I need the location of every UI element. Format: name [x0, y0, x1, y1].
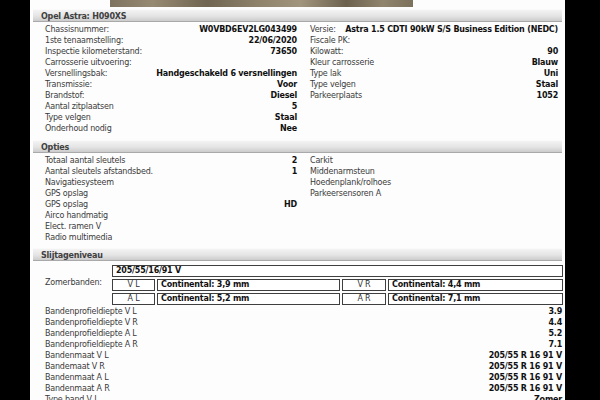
tire-size-header-cell: 205/55/16/91 V: [112, 265, 563, 277]
field-value: Blauw: [532, 57, 558, 68]
field-label: 1ste tenaamstelling:: [45, 35, 123, 46]
info-row: Kilowatt:90: [310, 46, 558, 57]
option-label: Carkit: [310, 155, 333, 166]
info-row: 1ste tenaamstelling:22/06/2020: [45, 35, 297, 46]
field-value: Astra 1.5 CDTI 90kW S/S Business Edition…: [345, 24, 558, 35]
field-label: Type velgen: [310, 79, 356, 90]
opties-section: Totaal aantal sleutels2 Aantal sleutels …: [30, 155, 565, 243]
wear-label: Bandenmaat A L: [45, 372, 108, 383]
slijtage-section-title: Slijtageniveau: [41, 251, 103, 260]
field-label: Kleur carrosserie: [310, 57, 374, 68]
opties-section-title: Opties: [41, 143, 69, 152]
field-label: Type lak: [310, 68, 341, 79]
info-row: Type velgenStaal: [45, 112, 297, 123]
tire-table: 205/55/16/91 V V L Continental: 3,9 mm V…: [112, 265, 563, 305]
info-row: Kleur carrosserieBlauw: [310, 57, 558, 68]
option-row: Middenarmsteun: [310, 166, 558, 177]
info-row: Type lakUni: [310, 68, 558, 79]
wear-label: Bandenprofieldiepte A L: [45, 328, 137, 339]
wear-row: Bandenprofieldiepte V R4.4: [45, 317, 562, 328]
option-row: Parkeersensoren A: [310, 188, 558, 199]
wear-row: Bandenprofieldiepte A L5.2: [45, 328, 562, 339]
wear-value: 205/55 R 16 91 V: [489, 361, 562, 372]
option-label: Middenarmsteun: [310, 166, 375, 177]
info-row: Versie:Astra 1.5 CDTI 90kW S/S Business …: [310, 24, 558, 35]
wear-row: Bandemaat V R205/55 R 16 91 V: [45, 361, 562, 372]
wear-row: Type band V LZomer: [45, 394, 562, 400]
option-label: Hoedenplank/rolhoes: [310, 177, 391, 188]
wear-value: 205/55 R 16 91 V: [489, 372, 562, 383]
field-label: Type velgen: [45, 112, 91, 123]
field-label: Versnellingsbak:: [45, 68, 107, 79]
option-label: Aantal sleutels afstandsbed.: [45, 166, 153, 177]
field-value: Handgeschakeld 6 versnellingen: [156, 68, 297, 79]
tire-position-cell: A R: [342, 293, 386, 305]
field-label: Chassisnummer:: [45, 24, 109, 35]
option-label: Radio multimedia: [45, 232, 112, 243]
field-value: Staal: [536, 79, 558, 90]
field-label: Fiscale PK:: [310, 35, 350, 46]
option-row: Radio multimedia: [45, 232, 297, 243]
info-column-left: Chassisnummer:W0VBD6EV2LG043499 1ste ten…: [30, 24, 297, 134]
tire-position-cell: A L: [112, 293, 155, 305]
wear-value: 5.2: [548, 328, 562, 339]
wear-row: Bandenmaat A R205/55 R 16 91 V: [45, 383, 562, 394]
info-row: Aantal zitplaatsen5: [45, 101, 297, 112]
wear-label: Bandenmaat A R: [45, 383, 110, 394]
wear-value: 205/55 R 16 91 V: [489, 383, 562, 394]
opties-column-left: Totaal aantal sleutels2 Aantal sleutels …: [30, 155, 297, 243]
zomerbanden-block: Zomerbanden: 205/55/16/91 V V L Continen…: [30, 265, 565, 305]
option-row: Totaal aantal sleutels2: [45, 155, 297, 166]
info-row: Inspectie kilometerstand:73650: [45, 46, 297, 57]
opties-column-right: Carkit Middenarmsteun Hoedenplank/rolhoe…: [297, 155, 565, 243]
vehicle-report-page: Opel Astra: H090XS Chassisnummer:W0VBD6E…: [30, 0, 565, 400]
vehicle-photo-strip: [110, 0, 413, 7]
vehicle-info-section: Chassisnummer:W0VBD6EV2LG043499 1ste ten…: [30, 24, 565, 134]
option-label: Totaal aantal sleutels: [45, 155, 125, 166]
info-row: Parkeerplaats1052: [310, 90, 558, 101]
option-row: Airco handmatig: [45, 210, 297, 221]
option-label: Parkeersensoren A: [310, 188, 381, 199]
info-row: Fiscale PK:: [310, 35, 558, 46]
field-value: W0VBD6EV2LG043499: [199, 24, 297, 35]
tire-measure-cell: Continental: 3,9 mm: [157, 279, 340, 291]
info-row: Chassisnummer:W0VBD6EV2LG043499: [45, 24, 297, 35]
field-value: Voor: [277, 79, 297, 90]
option-label: GPS opslag: [45, 199, 88, 210]
wear-detail-rows: Bandenprofieldiepte V L3.9 Bandenprofiel…: [30, 305, 565, 400]
field-value: 73650: [270, 46, 297, 57]
wear-row: Bandenprofieldiepte V L3.9: [45, 306, 562, 317]
option-row: Navigatiesysteem: [45, 177, 297, 188]
info-row: Transmissie:Voor: [45, 79, 297, 90]
option-label: Navigatiesysteem: [45, 177, 114, 188]
field-value: Uni: [544, 68, 558, 79]
option-row: Hoedenplank/rolhoes: [310, 177, 558, 188]
tire-measure-cell: Continental: 4,4 mm: [388, 279, 563, 291]
tire-measure-cell: Continental: 5,2 mm: [157, 293, 340, 305]
field-label: Transmissie:: [45, 79, 92, 90]
vehicle-title: Opel Astra: H090XS: [41, 12, 126, 21]
wear-value: 3.9: [548, 306, 562, 317]
info-column-right: Versie:Astra 1.5 CDTI 90kW S/S Business …: [297, 24, 565, 134]
wear-row: Bandenprofieldiepte A R7.1: [45, 339, 562, 350]
wear-value: 7.1: [548, 339, 562, 350]
wear-value: Zomer: [534, 394, 562, 400]
vehicle-title-bar: Opel Astra: H090XS: [33, 9, 562, 22]
info-row: Type velgenStaal: [310, 79, 558, 90]
wear-row: Bandenmaat A L205/55 R 16 91 V: [45, 372, 562, 383]
field-value: 1052: [537, 90, 558, 101]
opties-section-bar: Opties: [33, 140, 562, 153]
info-row: Carrosserie uitvoering:: [45, 57, 297, 68]
field-label: Versie:: [310, 24, 336, 35]
info-row: Brandstof:Diesel: [45, 90, 297, 101]
field-label: Aantal zitplaatsen: [45, 101, 114, 112]
wear-value: 4.4: [548, 317, 562, 328]
field-value: Staal: [275, 112, 297, 123]
wear-label: Bandemaat V R: [45, 361, 105, 372]
wear-label: Bandenmaat V L: [45, 350, 108, 361]
wear-label: Bandenprofieldiepte V L: [45, 306, 137, 317]
option-label: Elect. ramen V: [45, 221, 101, 232]
field-value: Diesel: [270, 90, 297, 101]
option-row: GPS opslag: [45, 188, 297, 199]
tire-position-cell: V R: [342, 279, 386, 291]
